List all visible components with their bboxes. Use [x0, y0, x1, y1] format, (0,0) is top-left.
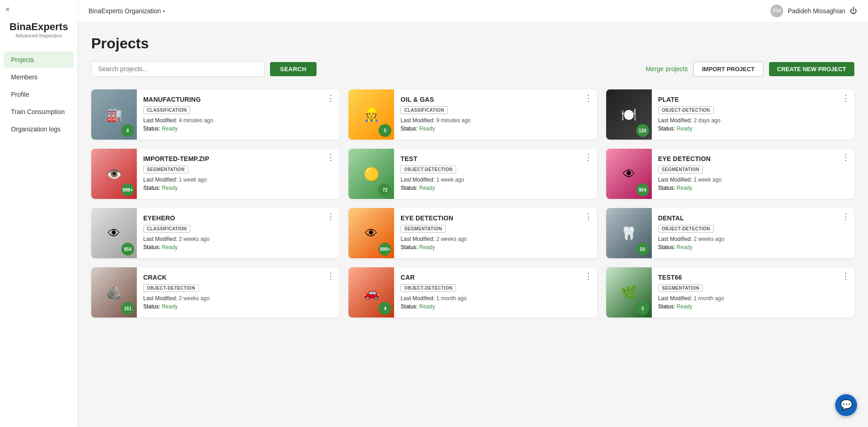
project-status: Status: Ready — [143, 244, 334, 250]
project-tag: CLASSIFICATION — [143, 225, 190, 233]
project-tag: SEGMENTATION — [658, 284, 703, 292]
project-image-count: 954 — [121, 243, 134, 255]
project-status: Status: Ready — [400, 303, 591, 310]
project-tag: OBJECT-DETECTION — [400, 284, 456, 292]
project-name: CAR — [400, 274, 591, 281]
project-card-dental[interactable]: 🦷 50 DENTAL OBJECT-DETECTION Last Modifi… — [606, 208, 854, 258]
project-menu-icon[interactable]: ⋮ — [842, 153, 850, 161]
project-menu-icon[interactable]: ⋮ — [584, 94, 593, 102]
sidebar-nav: ProjectsMembersProfileTrain ConsumptionO… — [0, 51, 78, 138]
power-icon[interactable]: ⏻ — [850, 7, 857, 15]
project-info: EYE DETECTION SEGMENTATION Last Modified… — [394, 208, 597, 258]
sidebar-item-members[interactable]: Members — [4, 69, 74, 85]
project-tag: OBJECT-DETECTION — [400, 166, 456, 173]
sidebar-item-organization-logs[interactable]: Organization logs — [4, 121, 74, 137]
project-card-eye-detection-2[interactable]: 👁 999+ EYE DETECTION SEGMENTATION Last M… — [348, 208, 597, 258]
project-image-count: 999+ — [121, 183, 134, 196]
project-status: Status: Ready — [400, 125, 591, 132]
project-last-modified: Last Modified: 1 week ago — [400, 177, 591, 183]
project-name: EYE DETECTION — [400, 214, 591, 222]
project-name: DENTAL — [658, 214, 849, 222]
project-card-manufacturing[interactable]: 🏭 6 MANUFACTURING CLASSIFICATION Last Mo… — [91, 89, 339, 140]
sidebar-item-profile[interactable]: Profile — [4, 86, 74, 103]
merge-projects-link[interactable]: Merge projects — [645, 65, 688, 73]
project-thumb: 🟡 72 — [348, 149, 394, 199]
close-icon[interactable]: × — [5, 5, 10, 14]
project-card-imported-temp[interactable]: 👁️ 999+ IMPORTED-TEMP.ZIP SEGMENTATION L… — [91, 149, 339, 199]
project-menu-icon[interactable]: ⋮ — [327, 94, 335, 102]
project-menu-icon[interactable]: ⋮ — [584, 272, 593, 280]
project-info: CAR OBJECT-DETECTION Last Modified: 1 mo… — [394, 267, 597, 318]
search-input-wrap — [91, 61, 265, 77]
projects-grid: 🏭 6 MANUFACTURING CLASSIFICATION Last Mo… — [91, 89, 854, 318]
project-thumb: 🏭 6 — [91, 89, 137, 140]
project-card-eye-detection-1[interactable]: 👁 954 EYE DETECTION SEGMENTATION Last Mo… — [606, 149, 854, 199]
project-last-modified: Last Modified: 2 weeks ago — [658, 236, 849, 242]
project-thumb: 👁 954 — [606, 149, 652, 199]
project-info: IMPORTED-TEMP.ZIP SEGMENTATION Last Modi… — [137, 149, 339, 199]
project-menu-icon[interactable]: ⋮ — [584, 213, 593, 221]
project-tag: CLASSIFICATION — [400, 106, 447, 114]
project-menu-icon[interactable]: ⋮ — [842, 94, 850, 102]
project-thumb: 🍽️ 130 — [606, 89, 652, 140]
project-menu-icon[interactable]: ⋮ — [327, 272, 335, 280]
project-image-count: 6 — [121, 124, 134, 137]
project-last-modified: Last Modified: 2 days ago — [658, 117, 849, 124]
project-card-test66[interactable]: 🌿 3 TEST66 SEGMENTATION Last Modified: 1… — [606, 267, 854, 318]
project-last-modified: Last Modified: 1 week ago — [143, 177, 334, 183]
project-info: OIL & GAS CLASSIFICATION Last Modified: … — [394, 89, 597, 140]
project-tag: OBJECT-DETECTION — [658, 106, 714, 114]
project-name: OIL & GAS — [400, 96, 591, 103]
main-area: BinaExperts Organization ▾ PM Padideh Mi… — [78, 0, 868, 427]
project-card-crack[interactable]: 🪨 161 CRACK OBJECT-DETECTION Last Modifi… — [91, 267, 339, 318]
project-tag: SEGMENTATION — [143, 166, 188, 173]
project-thumb: 👁 954 — [91, 208, 137, 258]
search-input[interactable] — [91, 61, 265, 77]
project-menu-icon[interactable]: ⋮ — [842, 272, 850, 280]
project-image-count: 3 — [636, 302, 649, 315]
project-menu-icon[interactable]: ⋮ — [584, 153, 593, 161]
project-name: MANUFACTURING — [143, 96, 334, 103]
project-menu-icon[interactable]: ⋮ — [842, 213, 850, 221]
logo-subtitle: Advanced Inspection — [5, 33, 73, 38]
chat-icon: 💬 — [840, 399, 852, 411]
create-new-project-button[interactable]: CREATE NEW PROJECT — [769, 62, 854, 76]
project-menu-icon[interactable]: ⋮ — [327, 213, 335, 221]
project-last-modified: Last Modified: 2 weeks ago — [143, 295, 334, 302]
project-name: IMPORTED-TEMP.ZIP — [143, 155, 334, 162]
project-thumb: 👁 999+ — [348, 208, 394, 258]
project-status: Status: Ready — [658, 185, 849, 191]
project-name: CRACK — [143, 274, 334, 281]
search-button[interactable]: SEARCH — [270, 62, 317, 76]
project-thumb: 🌿 3 — [606, 267, 652, 318]
project-name: TEST — [400, 155, 591, 162]
project-card-plate[interactable]: 🍽️ 130 PLATE OBJECT-DETECTION Last Modif… — [606, 89, 854, 140]
chat-bubble-button[interactable]: 💬 — [835, 394, 857, 416]
project-tag: SEGMENTATION — [400, 225, 446, 233]
project-thumb: 👁️ 999+ — [91, 149, 137, 199]
project-card-car[interactable]: 🚗 4 CAR OBJECT-DETECTION Last Modified: … — [348, 267, 597, 318]
project-info: PLATE OBJECT-DETECTION Last Modified: 2 … — [652, 89, 854, 140]
sidebar-item-train-consumption[interactable]: Train Consumption — [4, 104, 74, 120]
project-info: EYE DETECTION SEGMENTATION Last Modified… — [652, 149, 854, 199]
org-selector[interactable]: BinaExperts Organization ▾ — [88, 7, 165, 15]
project-tag: OBJECT-DETECTION — [143, 284, 199, 292]
content-area: Projects SEARCH Merge projects IMPORT PR… — [78, 22, 868, 427]
project-image-count: 161 — [121, 302, 134, 315]
project-thumb: 🚗 4 — [348, 267, 394, 318]
project-status: Status: Ready — [658, 303, 849, 310]
project-last-modified: Last Modified: 2 weeks ago — [143, 236, 334, 242]
project-menu-icon[interactable]: ⋮ — [327, 153, 335, 161]
project-card-eyehero[interactable]: 👁 954 EYEHERO CLASSIFICATION Last Modifi… — [91, 208, 339, 258]
project-card-test[interactable]: 🟡 72 TEST OBJECT-DETECTION Last Modified… — [348, 149, 597, 199]
sidebar-logo: BinaExperts Advanced Inspection — [0, 7, 78, 42]
project-info: CRACK OBJECT-DETECTION Last Modified: 2 … — [137, 267, 339, 318]
import-project-button[interactable]: IMPORT PROJECT — [693, 62, 764, 77]
project-last-modified: Last Modified: 2 weeks ago — [400, 236, 591, 242]
project-last-modified: Last Modified: 9 minutes ago — [400, 117, 591, 124]
project-card-oil-gas[interactable]: 👷 5 OIL & GAS CLASSIFICATION Last Modifi… — [348, 89, 597, 140]
project-status: Status: Ready — [658, 125, 849, 132]
user-name: Padideh Missaghian — [788, 7, 845, 15]
sidebar-item-projects[interactable]: Projects — [4, 52, 74, 68]
avatar: PM — [770, 5, 783, 17]
